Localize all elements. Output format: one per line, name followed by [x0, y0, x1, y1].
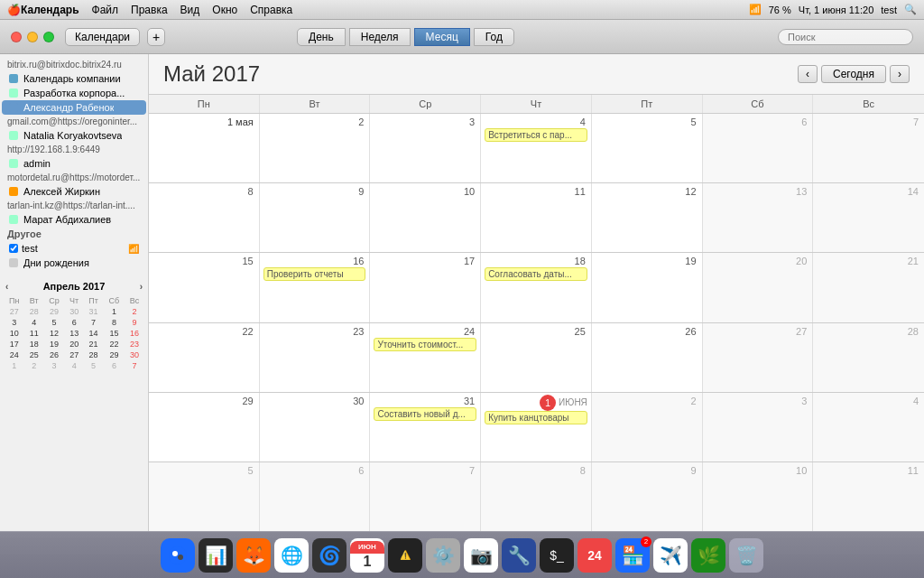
day-cell[interactable]: 6: [260, 462, 371, 531]
event-check-reports[interactable]: Проверить отчеты: [263, 267, 366, 281]
day-cell[interactable]: 9: [260, 183, 371, 252]
day-cell[interactable]: 17: [370, 253, 481, 322]
event-meet-partner[interactable]: Встретиться с пар...: [485, 128, 587, 142]
day-cell[interactable]: 8: [149, 183, 260, 252]
day-cell[interactable]: 4 Встретиться с пар...: [481, 114, 592, 182]
dock-app-store[interactable]: 🏪 2: [615, 538, 650, 573]
search-menu-icon[interactable]: 🔍: [904, 4, 917, 15]
mini-day[interactable]: 4: [65, 360, 84, 371]
day-cell[interactable]: 21: [813, 253, 924, 322]
dock-bitrix[interactable]: 24: [578, 538, 612, 573]
mini-day[interactable]: 15: [104, 328, 125, 339]
mini-cal-next[interactable]: ›: [140, 282, 143, 292]
mini-day[interactable]: 22: [104, 339, 125, 350]
mini-day[interactable]: 29: [104, 350, 125, 360]
dock-activity-monitor[interactable]: 📊: [199, 538, 233, 573]
dock-photos[interactable]: 📷: [464, 538, 498, 573]
apple-menu[interactable]: 🍎: [7, 4, 21, 16]
today-button[interactable]: Сегодня: [821, 65, 886, 83]
next-month-button[interactable]: ›: [890, 65, 910, 83]
mini-day[interactable]: 2: [24, 360, 43, 371]
app-name[interactable]: Календарь: [21, 4, 79, 16]
mini-day[interactable]: 16: [125, 328, 144, 339]
day-cell[interactable]: 7: [813, 114, 924, 182]
view-week-button[interactable]: Неделя: [349, 28, 411, 46]
mini-day[interactable]: 4: [24, 317, 43, 328]
menu-edit[interactable]: Правка: [131, 4, 168, 16]
dock-safari[interactable]: ✈️: [653, 538, 688, 573]
day-cell[interactable]: 4: [813, 393, 924, 461]
minimize-button[interactable]: [27, 32, 38, 42]
day-cell[interactable]: 20: [703, 253, 814, 322]
mini-day[interactable]: 6: [65, 317, 84, 328]
sidebar-item-natalia[interactable]: Natalia Koryakovtseva: [2, 128, 146, 143]
day-cell[interactable]: 16 Проверить отчеты: [260, 253, 371, 322]
sidebar-item-test[interactable]: test 📶: [2, 241, 146, 256]
mini-day[interactable]: 3: [43, 360, 64, 371]
mini-day[interactable]: 5: [84, 360, 104, 371]
sidebar-item-company-calendar[interactable]: Календарь компании: [2, 71, 146, 86]
mini-day[interactable]: 1: [4, 360, 24, 371]
event-clarify-cost[interactable]: Уточнить стоимост...: [374, 338, 476, 351]
mini-day[interactable]: 24: [4, 350, 24, 360]
mini-cal-prev[interactable]: ‹: [5, 282, 8, 292]
add-calendar-button[interactable]: +: [147, 28, 165, 46]
dock-console[interactable]: ⚠️: [388, 538, 422, 573]
mini-day[interactable]: 13: [65, 328, 84, 339]
day-cell[interactable]: 30: [260, 393, 371, 461]
mini-day[interactable]: 9: [125, 317, 144, 328]
mini-day[interactable]: 27: [65, 350, 84, 360]
event-buy-stationery[interactable]: Купить канцтовары: [485, 411, 587, 424]
mini-day[interactable]: 29: [43, 306, 64, 317]
day-cell[interactable]: 10: [703, 462, 814, 531]
day-cell[interactable]: 2: [592, 393, 703, 461]
test-checkbox[interactable]: [9, 244, 18, 253]
day-cell[interactable]: 11: [481, 183, 592, 252]
event-agree-dates[interactable]: Согласовать даты...: [485, 267, 587, 281]
mini-day[interactable]: 21: [84, 339, 104, 350]
mini-day[interactable]: 19: [43, 339, 64, 350]
day-cell[interactable]: 18 Согласовать даты...: [481, 253, 592, 322]
mini-day[interactable]: 18: [24, 339, 43, 350]
day-cell[interactable]: 29: [149, 393, 260, 461]
day-cell[interactable]: 9: [592, 462, 703, 531]
day-cell[interactable]: 27: [703, 323, 814, 392]
dock-finder[interactable]: [161, 538, 195, 573]
mini-day[interactable]: 1: [104, 306, 125, 317]
dock-chrome[interactable]: 🌐: [274, 538, 309, 573]
mini-day[interactable]: 30: [125, 350, 144, 360]
dock-system-prefs[interactable]: ⚙️: [426, 538, 460, 573]
close-button[interactable]: [11, 32, 22, 42]
day-cell[interactable]: 31 Составить новый д...: [370, 393, 481, 461]
dock-firefox[interactable]: 🦊: [236, 538, 271, 573]
mini-day[interactable]: 6: [104, 360, 125, 371]
day-cell[interactable]: 11: [813, 462, 924, 531]
mini-day[interactable]: 3: [4, 317, 24, 328]
mini-day[interactable]: 23: [125, 339, 144, 350]
view-year-button[interactable]: Год: [474, 28, 514, 46]
mini-day[interactable]: 10: [4, 328, 24, 339]
sidebar-item-alexander[interactable]: Александр Рабенок: [2, 100, 146, 115]
mini-day[interactable]: 2: [125, 306, 144, 317]
sidebar-item-marat[interactable]: Марат Абдихалиев: [2, 212, 146, 227]
mini-day[interactable]: 27: [4, 306, 24, 317]
mini-day[interactable]: 5: [43, 317, 64, 328]
day-cell[interactable]: 1 мая: [149, 114, 260, 182]
mini-day[interactable]: 31: [84, 306, 104, 317]
mini-day[interactable]: 30: [65, 306, 84, 317]
sidebar-item-admin[interactable]: admin: [2, 156, 146, 171]
day-cell[interactable]: 15: [149, 253, 260, 322]
day-cell[interactable]: 3: [370, 114, 481, 182]
day-cell[interactable]: 12: [592, 183, 703, 252]
day-cell[interactable]: 7: [370, 462, 481, 531]
menu-help[interactable]: Справка: [250, 4, 292, 16]
day-cell[interactable]: 28: [813, 323, 924, 392]
day-cell[interactable]: 14: [813, 183, 924, 252]
dock-xcode[interactable]: 🔧: [502, 538, 536, 573]
mini-day[interactable]: 12: [43, 328, 64, 339]
prev-month-button[interactable]: ‹: [798, 65, 818, 83]
menu-file[interactable]: Файл: [92, 4, 119, 16]
view-day-button[interactable]: День: [297, 28, 346, 46]
day-cell[interactable]: 23: [260, 323, 371, 392]
day-cell[interactable]: 13: [703, 183, 814, 252]
